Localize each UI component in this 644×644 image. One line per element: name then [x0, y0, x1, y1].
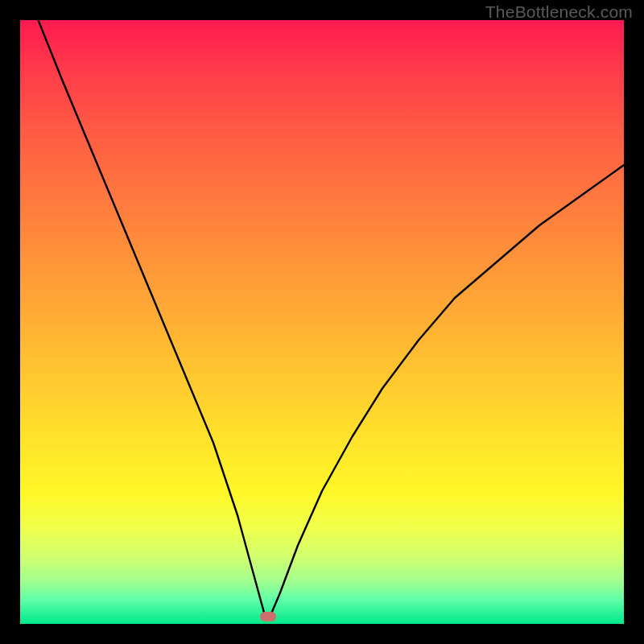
watermark-text: TheBottleneck.com	[485, 2, 633, 22]
chart-frame	[20, 20, 624, 624]
bottleneck-curve	[20, 20, 624, 624]
minimum-marker	[260, 612, 276, 621]
curve-path	[39, 20, 625, 615]
